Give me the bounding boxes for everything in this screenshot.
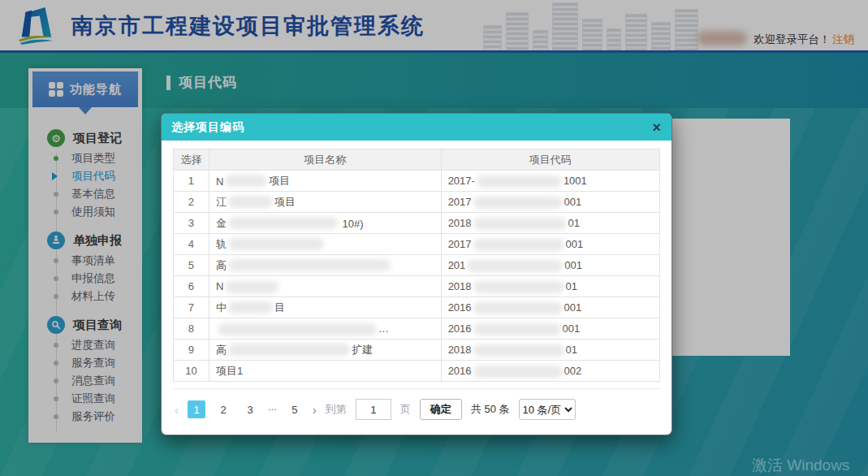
page-size-select[interactable]: 10 条/页 [519, 399, 576, 420]
project-code-cell: 201801 [441, 213, 659, 234]
project-code-cell: 2017-1001 [441, 171, 659, 192]
row-number: 2 [174, 192, 209, 213]
redacted-text [218, 323, 377, 335]
page-unit-label: 页 [400, 402, 411, 417]
pagination: ‹ 123...5 › 到第 页 确定 共 50 条 10 条/页 [173, 388, 660, 425]
table-row[interactable]: 5高201001 [174, 255, 660, 276]
modal-body: 选择 项目名称 项目代码 1N项目2017-10012江项目20170013金 … [162, 141, 672, 435]
project-name-cell: 金 10#) [209, 213, 441, 234]
table-row[interactable]: 8…2016001 [174, 318, 660, 340]
project-code-cell: 2016002 [441, 361, 659, 382]
row-number: 1 [174, 171, 209, 192]
page-ellipsis: ... [268, 400, 277, 418]
redacted-text [228, 217, 338, 229]
row-number: 4 [174, 234, 209, 255]
project-name-cell: 中目 [209, 297, 441, 318]
redacted-text [228, 344, 350, 356]
table-row[interactable]: 9高扩建201801 [174, 340, 660, 361]
redacted-text [473, 281, 564, 293]
redacted-text [225, 281, 279, 293]
project-code-cell: 2016001 [441, 297, 659, 318]
column-project-name: 项目名称 [209, 149, 441, 171]
table-row[interactable]: 10项目12016002 [174, 361, 660, 382]
table-row[interactable]: 4轨2017001 [174, 234, 660, 255]
redacted-text [473, 323, 561, 335]
redacted-text [473, 218, 567, 230]
row-number: 6 [174, 276, 209, 297]
redacted-text [467, 260, 563, 272]
table-header-row: 选择 项目名称 项目代码 [174, 149, 660, 171]
row-number: 9 [174, 340, 209, 361]
row-number: 3 [174, 213, 209, 234]
page-numbers: 123...5 [188, 400, 304, 418]
project-code-cell: 2017001 [441, 234, 659, 255]
redacted-text [473, 302, 563, 314]
page-number-1[interactable]: 1 [188, 400, 205, 418]
confirm-button[interactable]: 确定 [420, 399, 462, 420]
project-name-cell: 高 [209, 255, 441, 276]
select-project-code-modal: 选择项目编码 × 选择 项目名称 项目代码 1N项目2017-10012江项目2… [162, 114, 672, 435]
row-number: 5 [174, 255, 209, 276]
prev-page-icon[interactable]: ‹ [175, 403, 179, 417]
modal-title: 选择项目编码 [171, 120, 244, 135]
table-row[interactable]: 6N201801 [174, 276, 660, 297]
total-count: 共 50 条 [471, 402, 510, 417]
goto-label: 到第 [326, 402, 347, 417]
redacted-text [473, 344, 564, 357]
project-code-cell: 201801 [441, 340, 659, 361]
redacted-text [473, 197, 563, 209]
close-icon[interactable]: × [652, 120, 662, 135]
table-row[interactable]: 1N项目2017-1001 [174, 171, 660, 192]
project-code-cell: 2017001 [441, 192, 659, 213]
page: 南京市工程建设项目审批管理系统 欢迎登录平台！ 注销 项目代码 功能导航 ⚙项目… [0, 0, 868, 476]
project-table: 选择 项目名称 项目代码 1N项目2017-10012江项目20170013金 … [173, 149, 660, 382]
project-code-cell: 201801 [441, 276, 659, 297]
redacted-text [473, 366, 563, 378]
row-number: 8 [174, 318, 209, 340]
next-page-icon[interactable]: › [313, 403, 317, 417]
page-number-5[interactable]: 5 [286, 400, 304, 418]
project-name-cell: 高扩建 [209, 340, 441, 361]
redacted-text [228, 259, 391, 271]
project-name-cell: … [209, 318, 441, 340]
page-number-3[interactable]: 3 [241, 400, 259, 418]
modal-titlebar: 选择项目编码 × [162, 114, 672, 141]
column-select: 选择 [174, 149, 209, 171]
table-body: 1N项目2017-10012江项目20170013金 10#)2018014轨2… [174, 171, 660, 382]
redacted-text [477, 175, 562, 188]
table-row[interactable]: 2江项目2017001 [174, 192, 660, 213]
redacted-text [228, 301, 273, 314]
redacted-text [228, 196, 273, 208]
project-code-cell: 201001 [441, 255, 659, 276]
row-number: 7 [174, 297, 209, 318]
project-code-cell: 2016001 [441, 318, 659, 340]
project-name-cell: 江项目 [209, 192, 441, 213]
row-number: 10 [174, 361, 209, 382]
redacted-text [473, 239, 564, 251]
redacted-text [225, 175, 267, 187]
project-name-cell: N项目 [209, 171, 441, 192]
project-name-cell: 项目1 [209, 361, 441, 382]
activate-windows-watermark: 激活 Windows [752, 455, 849, 476]
column-project-code: 项目代码 [441, 149, 659, 171]
table-row[interactable]: 3金 10#)201801 [174, 213, 660, 234]
page-number-2[interactable]: 2 [214, 400, 232, 418]
redacted-text [228, 238, 324, 250]
project-name-cell: N [209, 276, 441, 297]
table-row[interactable]: 7中目2016001 [174, 297, 660, 318]
goto-page-input[interactable] [356, 399, 391, 420]
project-name-cell: 轨 [209, 234, 441, 255]
